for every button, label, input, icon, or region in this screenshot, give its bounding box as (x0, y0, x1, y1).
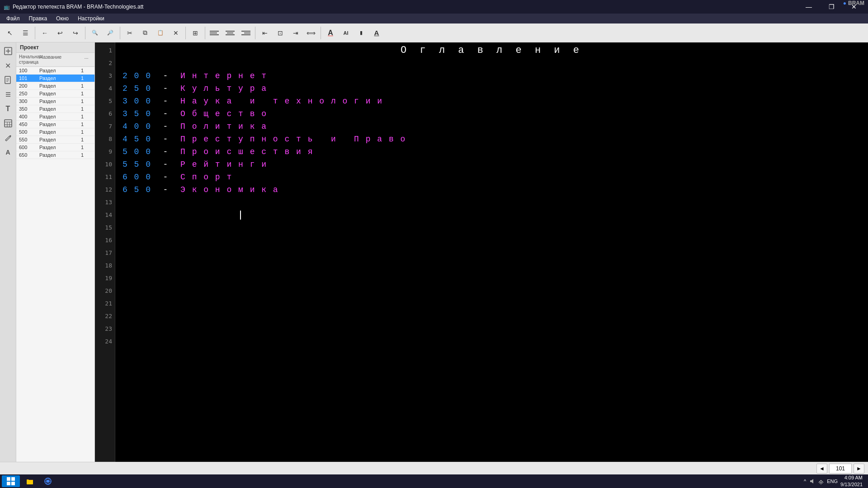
date-display: 9/13/2021 (840, 481, 863, 488)
editor-content[interactable]: О г л а в л е н и е2 0 0 - И н т е р н е… (115, 42, 868, 462)
sidebar-row[interactable]: 450Раздел1 (16, 121, 94, 128)
lang-text: ENG (827, 479, 838, 484)
editor-line (123, 335, 861, 348)
align-right-btn[interactable] (238, 26, 253, 40)
title-bar-title: 📺 Редактор телетекста BRAM - BRAM-Techno… (4, 4, 143, 10)
toolbar: ↖ ☰ ← ↩ ↪ 🔍 🔎 ✂ ⧉ 📋 ✕ ⊞ ⇤ ⊡ ⇥ ⟺ A AI ▮ A (0, 23, 868, 42)
fill-btn[interactable]: ▮ (354, 26, 368, 40)
align-btn-3[interactable]: ⇥ (288, 26, 303, 40)
sidebar-row[interactable]: 550Раздел1 (16, 136, 94, 144)
editor-line: 4 5 0 - П р е с т у п н о с т ь и П р а … (123, 133, 861, 145)
sidebar-row[interactable]: 100Раздел1 (16, 67, 94, 75)
sidebar-icon-panel: ✕ T A (0, 42, 16, 462)
editor-line (123, 57, 861, 70)
align-left-btn[interactable] (208, 26, 222, 40)
text-cursor (240, 211, 241, 220)
cut-btn[interactable]: ✂ (123, 26, 137, 40)
sidebar-row[interactable]: 500Раздел1 (16, 128, 94, 136)
text-color-btn[interactable]: A (323, 26, 338, 40)
copy-btn[interactable]: ⧉ (138, 26, 152, 40)
close-icon[interactable]: ✕ (1, 59, 15, 72)
editor-line (123, 209, 861, 221)
maximize-button[interactable]: ❐ (821, 0, 842, 14)
zoom-out-btn[interactable]: 🔎 (103, 26, 118, 40)
menu-settings[interactable]: Настройки (73, 14, 109, 23)
align-btn-2[interactable]: ⊡ (273, 26, 288, 40)
sidebar-row[interactable]: 350Раздел1 (16, 105, 94, 113)
editor-line: 2 5 0 - К у л ь т у р а (123, 82, 861, 95)
sidebar-row[interactable]: 600Раздел1 (16, 144, 94, 151)
sidebar: ✕ T A (0, 42, 95, 462)
editor-line: 2 0 0 - И н т е р н е т (123, 70, 861, 82)
undo-tool-btn[interactable]: ↩ (53, 26, 67, 40)
editor-line (123, 221, 861, 234)
main-content: ✕ T A (0, 42, 868, 474)
taskbar-browser[interactable] (40, 475, 56, 487)
network-icon (818, 478, 824, 484)
align-btn-1[interactable]: ⇤ (258, 26, 272, 40)
zoom-in-btn[interactable]: 🔍 (88, 26, 102, 40)
menu-window[interactable]: Окно (52, 14, 73, 23)
list-tool-btn[interactable]: ☰ (18, 26, 33, 40)
title-bar: 📺 Редактор телетекста BRAM - BRAM-Techno… (0, 0, 868, 14)
svg-rect-10 (5, 120, 12, 127)
bram-text: BRAM (848, 0, 864, 6)
editor-line (123, 247, 861, 259)
taskbar-time: 4:09 AM 9/13/2021 (840, 474, 863, 488)
select-tool-btn[interactable]: ↖ (3, 26, 17, 40)
taskbar: ^ ENG 4:09 AM 9/13/2021 (0, 474, 868, 488)
editor-line (123, 297, 861, 310)
page-icon[interactable] (1, 73, 15, 87)
table-icon[interactable] (1, 117, 15, 130)
text-ai-btn[interactable]: AI (339, 26, 353, 40)
page-number-input[interactable] (829, 464, 852, 474)
text-icon[interactable]: T (1, 102, 15, 116)
tray-chevron[interactable]: ^ (804, 479, 806, 484)
editor-line (123, 285, 861, 297)
title-text: Редактор телетекста BRAM - BRAM-Technolo… (13, 4, 143, 10)
page-nav: ◄ ► (0, 462, 868, 474)
editor-area[interactable]: 123456789101112131415161718192021222324 … (95, 42, 868, 462)
sidebar-row[interactable]: 650Раздел1 (16, 151, 94, 159)
add-page-icon[interactable] (1, 44, 15, 58)
paste-btn[interactable]: 📋 (153, 26, 168, 40)
col-start-page: Начальнаястраница (18, 54, 38, 66)
sidebar-main: ✕ T A (0, 42, 94, 462)
col-more[interactable]: ... (80, 54, 93, 66)
svg-rect-19 (27, 480, 33, 484)
align-btn-4[interactable]: ⟺ (304, 26, 318, 40)
menu-edit[interactable]: Правка (24, 14, 52, 23)
list-icon[interactable] (1, 88, 15, 101)
edit-icon[interactable] (1, 131, 15, 145)
sidebar-row[interactable]: 200Раздел1 (16, 82, 94, 90)
volume-icon (809, 478, 815, 484)
back-tool-btn[interactable]: ← (38, 26, 52, 40)
minimize-button[interactable]: — (798, 0, 819, 14)
project-label: Проект (16, 42, 94, 53)
sidebar-row[interactable]: 400Раздел1 (16, 113, 94, 121)
start-button[interactable] (2, 475, 20, 487)
editor-line: 3 5 0 - О б щ е с т в о (123, 108, 861, 120)
redo-tool-btn[interactable]: ↪ (68, 26, 83, 40)
next-page-btn[interactable]: ► (854, 464, 864, 474)
delete-btn[interactable]: ✕ (169, 26, 183, 40)
taskbar-file-manager[interactable] (22, 475, 38, 487)
menu-bar: Файл Правка Окно Настройки (0, 14, 868, 23)
menu-file[interactable]: Файл (2, 14, 24, 23)
font-icon[interactable]: A (1, 145, 15, 159)
prev-page-btn[interactable]: ◄ (816, 464, 827, 474)
editor-line: 6 5 0 - Э к о н о м и к а (123, 183, 861, 196)
sidebar-table-header: Начальнаястраница Название ... (16, 53, 94, 67)
editor-line: 6 0 0 - С п о р т (123, 171, 861, 183)
svg-rect-17 (7, 482, 10, 485)
svg-point-24 (821, 483, 821, 484)
underline-btn[interactable]: A (369, 26, 384, 40)
editor-line (123, 196, 861, 209)
sidebar-row[interactable]: 101Раздел1 (16, 75, 94, 82)
align-center-btn[interactable] (223, 26, 237, 40)
table-btn[interactable]: ⊞ (188, 26, 203, 40)
time-display: 4:09 AM (840, 474, 863, 481)
sidebar-row[interactable]: 300Раздел1 (16, 98, 94, 105)
sidebar-row[interactable]: 250Раздел1 (16, 90, 94, 98)
sidebar-content: Проект Начальнаястраница Название ... 10… (16, 42, 94, 462)
